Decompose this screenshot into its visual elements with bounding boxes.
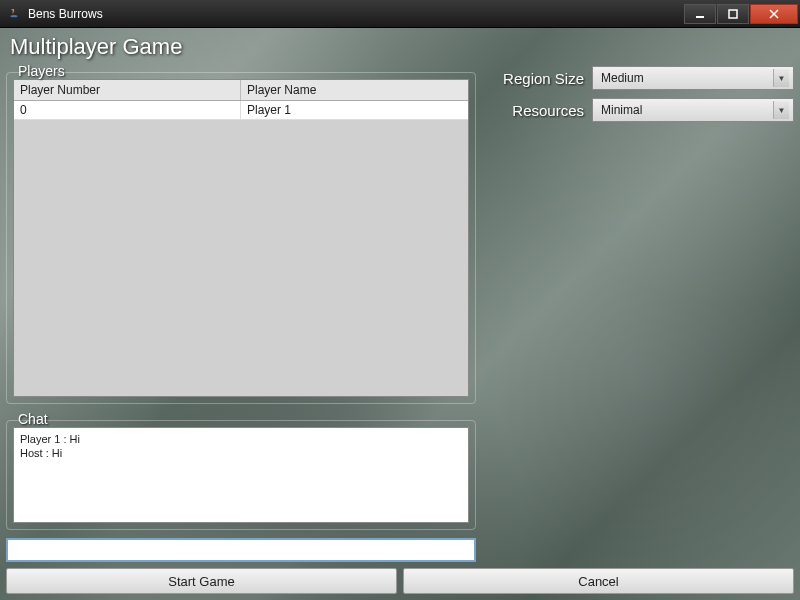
window-title: Bens Burrows [28, 7, 683, 21]
cancel-label: Cancel [578, 574, 618, 589]
chat-panel-title: Chat [15, 411, 51, 427]
region-size-label: Region Size [484, 70, 584, 87]
chevron-down-icon: ▼ [773, 69, 789, 87]
minimize-icon [695, 9, 705, 19]
chat-panel: Chat Player 1 : Hi Host : Hi [6, 420, 476, 530]
column-header-number[interactable]: Player Number [14, 80, 241, 100]
region-size-row: Region Size Medium ▼ [484, 66, 794, 90]
button-row: Start Game Cancel [6, 566, 794, 594]
players-panel: Players Player Number Player Name 0 Play… [6, 72, 476, 404]
svg-rect-0 [696, 16, 704, 18]
cell-player-number: 0 [14, 101, 241, 119]
app-window: Bens Burrows Multiplayer Game Players P [0, 0, 800, 600]
chat-log[interactable]: Player 1 : Hi Host : Hi [13, 427, 469, 523]
resources-select[interactable]: Minimal ▼ [592, 98, 794, 122]
page-title: Multiplayer Game [6, 34, 794, 64]
chat-message: Host : Hi [20, 446, 462, 460]
players-table-header: Player Number Player Name [14, 80, 468, 101]
minimize-button[interactable] [684, 4, 716, 24]
right-column: Region Size Medium ▼ Resources Minimal ▼ [484, 64, 794, 566]
titlebar[interactable]: Bens Burrows [0, 0, 800, 28]
start-game-label: Start Game [168, 574, 234, 589]
cancel-button[interactable]: Cancel [403, 568, 794, 594]
chevron-down-icon: ▼ [773, 101, 789, 119]
cell-player-name: Player 1 [241, 101, 468, 119]
close-button[interactable] [750, 4, 798, 24]
players-panel-title: Players [15, 63, 68, 79]
left-column: Players Player Number Player Name 0 Play… [6, 64, 476, 566]
resources-label: Resources [484, 102, 584, 119]
chat-message: Player 1 : Hi [20, 432, 462, 446]
table-row[interactable]: 0 Player 1 [14, 101, 468, 120]
maximize-icon [728, 9, 738, 19]
region-size-select[interactable]: Medium ▼ [592, 66, 794, 90]
svg-rect-1 [729, 10, 737, 18]
region-size-value: Medium [601, 71, 773, 85]
start-game-button[interactable]: Start Game [6, 568, 397, 594]
players-table[interactable]: Player Number Player Name 0 Player 1 [13, 79, 469, 397]
chat-input[interactable] [6, 538, 476, 562]
content-area: Multiplayer Game Players Player Number P… [0, 28, 800, 600]
resources-row: Resources Minimal ▼ [484, 98, 794, 122]
maximize-button[interactable] [717, 4, 749, 24]
window-controls [683, 4, 798, 24]
main-row: Players Player Number Player Name 0 Play… [6, 64, 794, 566]
java-icon [6, 6, 22, 22]
resources-value: Minimal [601, 103, 773, 117]
column-header-name[interactable]: Player Name [241, 80, 468, 100]
close-icon [769, 9, 779, 19]
players-table-body: 0 Player 1 [14, 101, 468, 396]
